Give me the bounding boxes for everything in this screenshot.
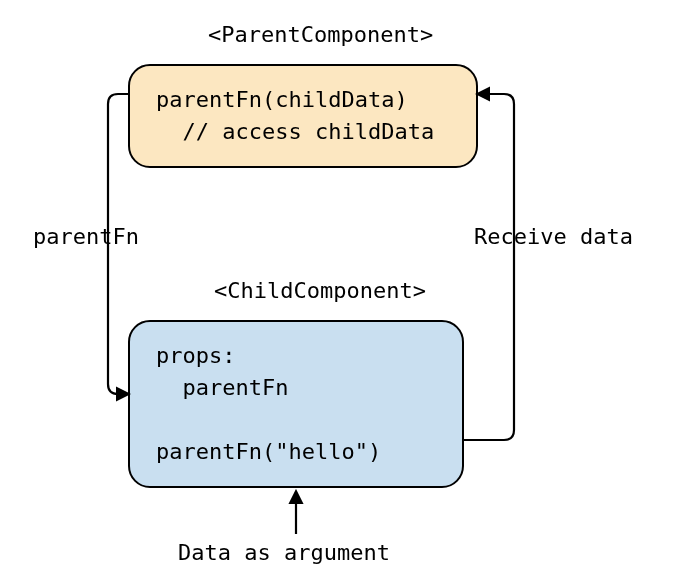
- child-title: <ChildComponent>: [214, 278, 426, 303]
- left-arrow-label: parentFn: [33, 224, 139, 249]
- parent-code-line1: parentFn(childData): [156, 87, 408, 112]
- parent-title: <ParentComponent>: [208, 22, 433, 47]
- child-code-line2: parentFn: [156, 375, 288, 400]
- parent-box: parentFn(childData) // access childData: [128, 64, 478, 168]
- bottom-arrow-label: Data as argument: [178, 540, 390, 565]
- child-code-line4: parentFn("hello"): [156, 439, 381, 464]
- right-arrow-label: Receive data: [474, 224, 633, 249]
- child-code-line1: props:: [156, 343, 235, 368]
- parent-code-line2: // access childData: [156, 119, 434, 144]
- diagram-canvas: <ParentComponent> parentFn(childData) //…: [0, 0, 682, 584]
- child-box: props: parentFn parentFn("hello"): [128, 320, 464, 488]
